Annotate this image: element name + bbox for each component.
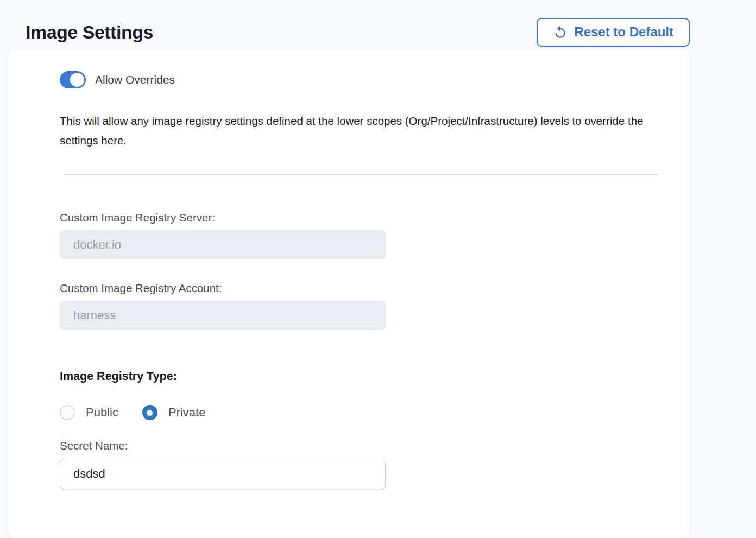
reset-to-default-button[interactable]: Reset to Default [537,18,690,47]
registry-server-input[interactable] [60,230,386,259]
radio-option-public: Public [60,405,118,420]
secret-name-label: Secret Name: [60,438,690,453]
allow-overrides-row: Allow Overrides [60,71,690,88]
secret-name-field: Secret Name: [60,438,690,489]
allow-overrides-toggle[interactable] [60,71,86,88]
reset-circular-arrow-icon [553,25,568,40]
registry-server-label: Custom Image Registry Server: [60,210,690,225]
registry-type-field: Image Registry Type: Public Private [60,369,690,420]
radio-option-private: Private [142,405,205,420]
registry-server-field: Custom Image Registry Server: [60,210,690,259]
page-header: Image Settings Reset to Default [26,0,690,47]
toggle-knob [70,73,84,87]
registry-type-radio-group: Public Private [60,405,690,420]
public-radio[interactable] [60,405,75,420]
radio-dot [147,410,153,416]
registry-account-input[interactable] [60,301,386,330]
section-divider [65,174,658,175]
overrides-description: This will allow any image registry setti… [60,111,665,150]
public-radio-label: Public [86,406,118,420]
image-settings-card: Allow Overrides This will allow any imag… [8,49,690,538]
private-radio-label: Private [168,406,205,420]
secret-name-input[interactable] [60,459,386,489]
reset-button-label: Reset to Default [574,24,673,40]
registry-type-label: Image Registry Type: [60,369,690,384]
page-title: Image Settings [26,22,153,43]
registry-account-label: Custom Image Registry Account: [60,281,690,296]
allow-overrides-label: Allow Overrides [95,73,175,86]
registry-account-field: Custom Image Registry Account: [60,281,690,330]
private-radio[interactable] [142,405,158,420]
